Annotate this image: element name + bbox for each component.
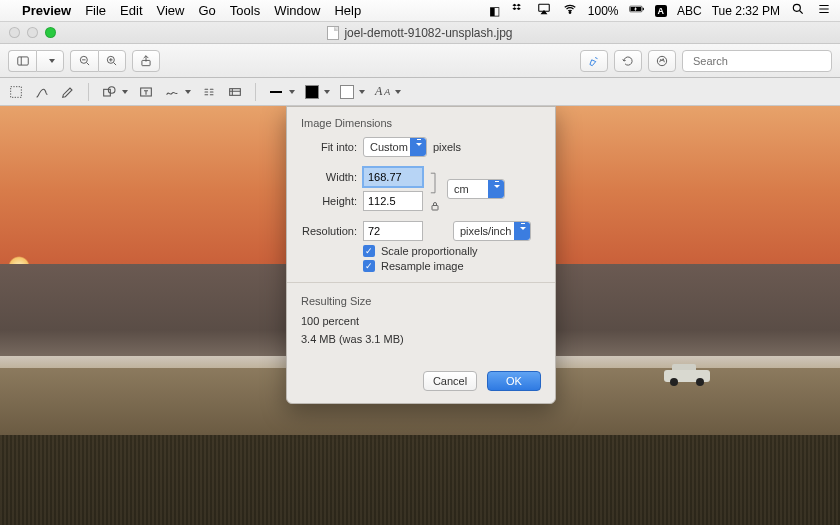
window-titlebar: joel-demott-91082-unsplash.jpg <box>0 22 840 44</box>
rotate-button[interactable] <box>614 50 642 72</box>
svg-rect-16 <box>230 88 241 95</box>
adjust-size-tool[interactable] <box>227 82 243 102</box>
svg-rect-12 <box>11 86 22 97</box>
sign-dropdown[interactable] <box>164 82 191 102</box>
menu-view[interactable]: View <box>157 3 185 18</box>
height-input[interactable] <box>363 191 423 211</box>
resulting-size-title: Resulting Size <box>301 295 541 307</box>
checkbox-checked-icon: ✓ <box>363 260 375 272</box>
search-field-wrap[interactable] <box>682 50 832 72</box>
main-toolbar <box>0 44 840 78</box>
fit-into-unit: pixels <box>433 141 461 153</box>
ok-button[interactable]: OK <box>487 371 541 391</box>
image-content-car <box>664 364 710 386</box>
cancel-button[interactable]: Cancel <box>423 371 477 391</box>
dialog-section-title: Image Dimensions <box>301 117 541 129</box>
draw-tool[interactable] <box>60 82 76 102</box>
svg-point-5 <box>793 4 800 11</box>
line-style-dropdown[interactable] <box>268 82 295 102</box>
svg-point-14 <box>108 86 115 93</box>
adjust-size-dialog: Image Dimensions Fit into: Custom pixels… <box>286 106 556 404</box>
zoom-in-button[interactable] <box>98 50 126 72</box>
wifi-icon[interactable] <box>562 2 578 19</box>
spotlight-icon[interactable] <box>790 2 806 19</box>
menu-help[interactable]: Help <box>334 3 361 18</box>
scale-proportionally-checkbox[interactable]: ✓ Scale proportionally <box>363 245 541 257</box>
menu-tools[interactable]: Tools <box>230 3 260 18</box>
clock[interactable]: Tue 2:32 PM <box>712 4 780 18</box>
checkbox-checked-icon: ✓ <box>363 245 375 257</box>
markup-button[interactable] <box>648 50 676 72</box>
image-canvas: Image Dimensions Fit into: Custom pixels… <box>0 106 840 525</box>
resolution-unit-select[interactable]: pixels/inch <box>453 221 531 241</box>
instant-alpha-tool[interactable] <box>34 82 50 102</box>
lock-icon <box>429 200 441 212</box>
text-tool[interactable] <box>138 82 154 102</box>
svg-rect-6 <box>17 56 28 64</box>
sidebar-mode-dropdown[interactable] <box>36 50 64 72</box>
resolution-input[interactable] <box>363 221 423 241</box>
selection-tool[interactable] <box>8 82 24 102</box>
adjust-color-tool[interactable] <box>201 82 217 102</box>
sidebar-toggle-button[interactable] <box>8 50 36 72</box>
markup-toolbar: AA <box>0 78 840 106</box>
app-menu[interactable]: Preview <box>22 3 71 18</box>
width-label: Width: <box>301 171 357 183</box>
dropbox-icon[interactable] <box>510 2 526 19</box>
menu-edit[interactable]: Edit <box>120 3 142 18</box>
battery-percent: 100% <box>588 4 619 18</box>
dimension-unit-select[interactable]: cm <box>447 179 505 199</box>
fill-color-dropdown[interactable] <box>340 82 365 102</box>
share-button[interactable] <box>132 50 160 72</box>
notification-center-icon[interactable] <box>816 2 832 19</box>
resulting-percent: 100 percent <box>301 315 541 327</box>
status-app-icon[interactable]: ◧ <box>489 4 500 18</box>
zoom-out-button[interactable] <box>70 50 98 72</box>
svg-rect-4 <box>642 8 643 10</box>
input-source-badge[interactable]: A <box>655 5 668 17</box>
resulting-bytes: 3.4 MB (was 3.1 MB) <box>301 333 541 345</box>
menu-window[interactable]: Window <box>274 3 320 18</box>
search-input[interactable] <box>693 55 831 67</box>
width-input[interactable] <box>363 167 423 187</box>
fit-into-label: Fit into: <box>301 141 357 153</box>
proportional-link-icon <box>426 166 444 212</box>
stroke-color-dropdown[interactable] <box>305 82 330 102</box>
resample-image-checkbox[interactable]: ✓ Resample image <box>363 260 541 272</box>
fit-into-select[interactable]: Custom <box>363 137 427 157</box>
highlight-button[interactable] <box>580 50 608 72</box>
svg-point-1 <box>569 12 571 14</box>
document-proxy-icon[interactable] <box>327 26 339 40</box>
text-style-dropdown[interactable]: AA <box>375 82 401 102</box>
resolution-label: Resolution: <box>301 225 357 237</box>
airplay-icon[interactable] <box>536 2 552 19</box>
svg-rect-17 <box>432 206 438 211</box>
menu-go[interactable]: Go <box>198 3 215 18</box>
height-label: Height: <box>301 195 357 207</box>
window-title: joel-demott-91082-unsplash.jpg <box>344 26 512 40</box>
menu-file[interactable]: File <box>85 3 106 18</box>
system-menubar: Preview File Edit View Go Tools Window H… <box>0 0 840 22</box>
shapes-dropdown[interactable] <box>101 82 128 102</box>
input-source-label[interactable]: ABC <box>677 4 702 18</box>
battery-icon[interactable] <box>629 2 645 19</box>
